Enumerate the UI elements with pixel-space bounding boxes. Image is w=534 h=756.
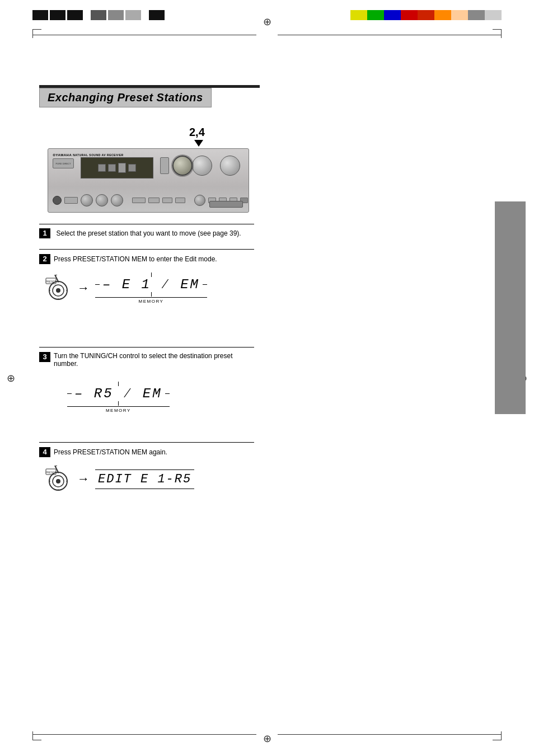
step-4-arrow: →	[77, 472, 90, 486]
step-2-display-row: PRESET → – E 1 ⁄ EM	[45, 273, 254, 304]
main-content: Exchanging Preset Stations 2,4 ⊙YAMAHA N…	[39, 39, 495, 728]
receiver-brand: ⊙YAMAHA NATURAL SOUND AV RECEIVER	[53, 153, 124, 157]
step-2-number: 2	[39, 254, 50, 264]
receiver-display	[81, 157, 153, 179]
corner-bl	[32, 731, 41, 740]
step-3-text: Turn the TUNING/CH control to select the…	[54, 352, 254, 368]
bottom-rule-left	[32, 734, 256, 735]
section-title-box: Exchanging Preset Stations	[39, 88, 212, 107]
step-1-text: Select the preset station that you want …	[56, 229, 241, 237]
step-4-text: Press PRESET/STATION MEM again.	[54, 448, 167, 456]
step-1-block: 1 Select the preset station that you wan…	[39, 224, 254, 238]
reg-mark-bottom-center: ⊕	[263, 732, 271, 745]
svg-point-2	[56, 288, 60, 293]
top-right-color-bar	[350, 10, 502, 20]
svg-text:PRESET: PRESET	[46, 471, 56, 474]
preset-station-icon-2: PRESET	[45, 275, 72, 302]
svg-point-13	[56, 479, 60, 483]
step-2-memory-label: MEMORY	[95, 299, 207, 304]
step-2-text: Press PRESET/STATION MEM to enter the Ed…	[54, 255, 217, 263]
receiver-knobs-area	[192, 156, 240, 176]
receiver-tuning-area	[172, 156, 193, 176]
preset-icon-svg-2: PRESET	[45, 275, 72, 302]
sidebar-gray-bar	[495, 201, 526, 414]
top-left-color-bar	[32, 10, 165, 20]
preset-station-icon-4: PRESET	[45, 466, 72, 492]
step-2-lcd-text: – E 1 ⁄ EM	[100, 277, 203, 292]
step-3-number: 3	[39, 352, 50, 362]
preset-icon-svg-4: PRESET	[45, 466, 72, 492]
step-4-lcd-text: EDIT E 1-R5	[95, 470, 194, 489]
receiver-illustration: ⊙YAMAHA NATURAL SOUND AV RECEIVER PURE D…	[48, 148, 249, 213]
corner-tr	[493, 29, 502, 38]
step-2-block: 2 Press PRESET/STATION MEM to enter the …	[39, 249, 254, 304]
top-rule-left	[32, 35, 256, 35]
step-4-number: 4	[39, 447, 50, 457]
indicator-label: 2,4	[189, 126, 205, 139]
receiver-input-row: PURE DIRECT	[53, 158, 74, 168]
corner-tl	[32, 29, 41, 38]
section-title: Exchanging Preset Stations	[48, 91, 203, 104]
step-3-memory-label: MEMORY	[67, 408, 170, 413]
svg-text:PRESET: PRESET	[46, 280, 56, 283]
reg-mark-left-middle: ⊕	[7, 372, 15, 384]
indicator-arrow	[194, 140, 203, 147]
step-3-lcd-area: – R5 ⁄ EM MEMORY	[67, 382, 170, 413]
step-3-lcd-text: – R5 ⁄ EM	[72, 386, 165, 401]
step-1-number: 1	[39, 228, 50, 238]
top-rule-right	[278, 35, 502, 35]
step-3-block: 3 Turn the TUNING/CH control to select t…	[39, 347, 254, 414]
reg-mark-top-center: ⊕	[263, 16, 271, 28]
receiver-knob-left	[192, 156, 212, 176]
step-2-lcd-area: – E 1 ⁄ EM MEMORY	[95, 273, 207, 304]
corner-br	[493, 731, 502, 740]
step-4-lcd-area: EDIT E 1-R5	[95, 469, 194, 489]
receiver-knob-right	[220, 156, 240, 176]
step-4-display-row: PRESET → EDIT E 1-R5	[45, 466, 254, 492]
receiver-power-area	[160, 157, 169, 174]
bottom-rule-right	[278, 734, 502, 735]
receiver-volume-area	[209, 201, 243, 208]
step-4-block: 4 Press PRESET/STATION MEM again. PRESET	[39, 442, 254, 492]
step-2-arrow: →	[77, 281, 90, 295]
